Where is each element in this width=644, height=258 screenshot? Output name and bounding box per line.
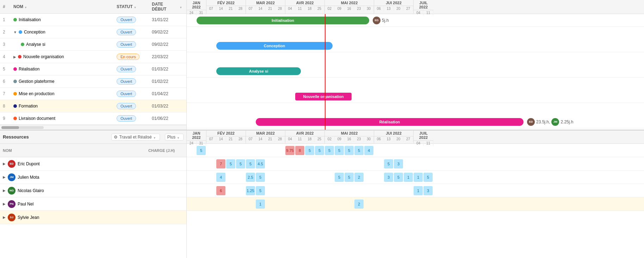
name-eric: Eric Dupont: [18, 161, 40, 166]
res-body-row-nicolas: 4 2.5 5 5 5 2 3 5 1 1 5: [187, 171, 644, 184]
month-fev: FÉV 2022 07 14 21 28: [206, 0, 246, 14]
resources-title: Ressources: [3, 134, 29, 140]
month-jui: JUI 2022 06 13 20 27: [374, 0, 414, 14]
resources-filter-btn[interactable]: ⚙ Travail et Réalisé: [111, 134, 160, 141]
cell-eric-mai30: 4: [364, 146, 373, 155]
horizontal-scrollbar[interactable]: [0, 125, 186, 130]
dot-1: [13, 18, 17, 22]
res-row-nicolas[interactable]: ▶ NG Nicolas Glairo: [0, 184, 186, 197]
month-mar: MAR 2022 07 14 21 28: [246, 0, 285, 14]
task-row-4[interactable]: 4 ▶ Nouvelle organisation En cours 22/03…: [0, 51, 186, 63]
dot-5: [13, 67, 17, 71]
cell-paul-juil04: 1: [414, 186, 423, 195]
cell-nicolas-mai23: 2: [354, 173, 364, 182]
dot-4: [18, 55, 21, 59]
app-container: # NOM STATUT DATE DÉBUT 1: [0, 0, 644, 258]
task-name-6: Gestion plateforme: [19, 79, 54, 84]
task-row-9[interactable]: 9 Livraison document Ouvert 01/06/22: [0, 112, 186, 125]
avatar-sylvie: SJ: [8, 214, 16, 221]
res-body-row-julien: 7 5 5 5 4.5 5 3: [187, 157, 644, 171]
task-row-6[interactable]: 6 Gestion plateforme Ouvert 01/02/22: [0, 75, 186, 88]
cell-julien-fev14: 7: [216, 159, 225, 168]
dot-9: [13, 117, 17, 120]
name-nicolas: Nicolas Glairo: [18, 188, 44, 193]
col-hash-label: #: [3, 4, 13, 9]
res-body-row-eric: 5 9.75 8 5 5 5 5 5 5 4: [187, 144, 644, 157]
timeline-header: JAN 2022 24 31 FÉV 2022 07 14 21 28: [187, 0, 644, 14]
cell-nicolas-fev14: 4: [216, 173, 225, 182]
cell-nicolas-jui13: 3: [384, 173, 393, 182]
expand-julien[interactable]: ▶: [3, 175, 6, 179]
task-name-4: Nouvelle organisation: [23, 54, 64, 59]
expand-nicolas[interactable]: ▶: [3, 189, 6, 192]
task-name-7: Mise en production: [19, 91, 54, 96]
statut-filter-icon[interactable]: [134, 5, 138, 9]
res-row-eric[interactable]: ▶ ED Eric Dupont: [0, 157, 186, 171]
dot-6: [13, 80, 17, 83]
bar-analyse: Analyse si: [216, 67, 301, 75]
cell-eric-avr04: 9.75: [285, 146, 295, 155]
cell-paul-juil11: 3: [423, 186, 433, 195]
cell-paul-mar07: 1.25: [246, 186, 255, 195]
gantt-section: # NOM STATUT DATE DÉBUT 1: [0, 0, 644, 130]
task-list-panel: # NOM STATUT DATE DÉBUT 1: [0, 0, 187, 130]
cell-julien-fev28: 5: [236, 159, 245, 168]
gantt-chart-panel: JAN 2022 24 31 FÉV 2022 07 14 21 28: [187, 0, 644, 130]
gear-icon: ⚙: [114, 135, 118, 140]
name-sylvie: Sylvie Jean: [18, 215, 39, 220]
col-statut-label: STATUT: [117, 4, 152, 9]
nom-filter-icon[interactable]: [24, 5, 29, 9]
name-julien: Julien Mota: [18, 175, 39, 180]
cell-eric-mai02: 5: [325, 146, 334, 155]
res-row-sylvie[interactable]: ▶ SJ Sylvie Jean: [0, 211, 186, 224]
cell-nicolas-mai09: 5: [335, 173, 344, 182]
plus-label: Plus: [167, 135, 175, 140]
plus-dropdown-icon[interactable]: [177, 135, 181, 139]
cell-julien-jui20: 3: [394, 159, 403, 168]
res-body-row-sylvie: 1 2: [187, 197, 644, 211]
cell-eric-mai16: 5: [345, 146, 354, 155]
avatar-eric: ED: [8, 160, 16, 168]
expand-icon-2[interactable]: ▼: [13, 30, 17, 34]
cell-eric-mai23: 5: [354, 146, 364, 155]
expand-sylvie[interactable]: ▶: [3, 215, 6, 219]
expand-icon-4[interactable]: ▶: [13, 55, 16, 59]
res-row-paul[interactable]: ▶ PN Paul Nel: [0, 197, 186, 211]
cell-nicolas-mai16: 5: [345, 173, 354, 182]
month-mai: MAI 2022 02 09 16 23 30: [325, 0, 374, 14]
avatar-5a: ED: [527, 118, 535, 126]
cell-eric-mai09: 5: [335, 146, 344, 155]
cell-eric-avr25: 5: [315, 146, 324, 155]
today-line: [325, 14, 326, 130]
cell-eric-jan31: 5: [197, 146, 206, 155]
task-name-1: Initialisation: [19, 17, 41, 22]
resources-right-panel: JAN 2022 24 31 FÉV 2022 07 14 21 28: [187, 130, 644, 258]
bar-initialisation: Initialisation: [197, 17, 369, 24]
task-row-8[interactable]: 8 Formation Ouvert 01/03/22: [0, 100, 186, 112]
dot-3: [21, 43, 24, 46]
bar-label-5: ED 23.5j.h, JM 2.25j.h: [527, 118, 573, 126]
task-name-8: Formation: [19, 104, 38, 109]
expand-paul[interactable]: ▶: [3, 202, 6, 206]
task-row-1[interactable]: 1 Initialisation Ouvert 31/01/22: [0, 14, 186, 26]
task-row-3[interactable]: 3 Analyse si Ouvert 09/02/22: [0, 38, 186, 51]
task-row-2[interactable]: 2 ▼ Conception Ouvert 09/02/22: [0, 26, 186, 38]
res-body: 5 9.75 8 5 5 5 5 5 5 4 7 5 5 5 4: [187, 144, 644, 258]
avatar-1: ED: [373, 17, 380, 24]
expand-eric[interactable]: ▶: [3, 162, 6, 166]
gantt-row-4: Nouvelle organisation: [187, 90, 644, 103]
plus-btn[interactable]: Plus: [165, 134, 184, 141]
res-row-julien[interactable]: ▶ JM Julien Mota: [0, 171, 186, 184]
task-row-5[interactable]: 5 Réalisation Ouvert 01/03/22: [0, 63, 186, 75]
col-nom-label: NOM: [13, 4, 117, 9]
bar-nouvelle-org: Nouvelle organisation: [295, 93, 352, 100]
date-filter-icon[interactable]: [179, 5, 184, 9]
avatar-julien: JM: [8, 173, 16, 181]
bar-realisation: Réalisation: [256, 118, 524, 126]
cell-nicolas-juil11: 5: [423, 173, 433, 182]
filter-icon-res[interactable]: [153, 135, 157, 139]
cell-eric-avr18: 5: [305, 146, 314, 155]
cell-julien-mar07: 5: [246, 159, 255, 168]
gantt-row-2: Conception: [187, 39, 644, 52]
task-row-7[interactable]: 7 Mise en production Ouvert 01/04/22: [0, 88, 186, 100]
